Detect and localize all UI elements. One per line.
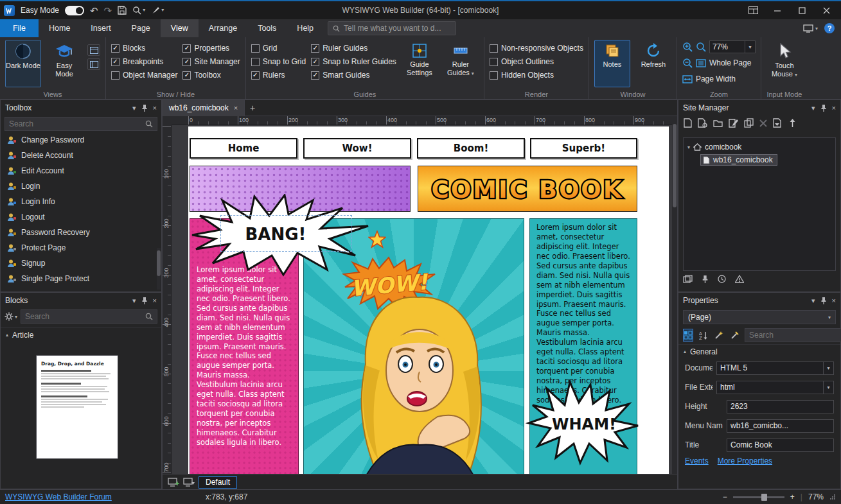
check-toolbox[interactable]: Toolbox: [182, 70, 240, 80]
manage-breakpoints-icon[interactable]: [168, 478, 179, 487]
site-manager-menu-caret-icon[interactable]: ▾: [811, 104, 815, 112]
easy-mode-toggle[interactable]: [65, 6, 84, 15]
help-icon[interactable]: ?: [824, 23, 835, 33]
site-tree-root[interactable]: ▾ comicbook: [685, 141, 834, 153]
page-nav-button-boom[interactable]: Boom!: [417, 138, 525, 159]
redo-icon[interactable]: ↷: [104, 6, 112, 15]
zoom-level-input[interactable]: [710, 42, 745, 51]
check-non-responsive-objects[interactable]: Non-responsive Objects: [490, 43, 583, 53]
check-object-manager[interactable]: Object Manager: [111, 70, 177, 80]
monitor-menu-icon[interactable]: ▾: [803, 24, 818, 33]
zoom-out-icon[interactable]: [682, 58, 693, 68]
style-wand-icon[interactable]: [714, 329, 724, 342]
block-article-preview[interactable]: Drag, Drop, and Dazzle: [37, 356, 118, 458]
toolbox-search-input[interactable]: [9, 119, 141, 128]
toolbox-menu-caret-icon[interactable]: ▾: [132, 104, 136, 112]
layout-switch-button[interactable]: [742, 2, 764, 19]
check-snap-to-ruler-guides[interactable]: Snap to Ruler Guides: [311, 56, 396, 67]
check-grid[interactable]: Grid: [251, 43, 306, 53]
events-link[interactable]: Events: [685, 456, 709, 465]
tab-tools[interactable]: Tools: [247, 19, 287, 37]
tab-arrange[interactable]: Arrange: [199, 19, 247, 37]
delete-page-icon[interactable]: [759, 119, 767, 127]
ruler-guides-button[interactable]: Ruler Guides ▾: [443, 40, 479, 87]
tab-view[interactable]: View: [161, 19, 199, 37]
canvas-vertical-scrollbar[interactable]: [672, 116, 677, 474]
zoom-tool-icon[interactable]: ▾: [132, 6, 145, 15]
bang-starburst[interactable]: BANG!: [187, 194, 375, 277]
tell-me-search[interactable]: Tell me what you want to d...: [328, 21, 456, 35]
breakpoint-default-button[interactable]: Default: [199, 476, 237, 489]
import-page-icon[interactable]: [773, 118, 783, 128]
blocks-search-input[interactable]: [25, 312, 141, 321]
properties-menu-caret-icon[interactable]: ▾: [811, 297, 815, 305]
view-layout-small-button-1[interactable]: [87, 44, 100, 56]
zoom-slider[interactable]: [733, 496, 784, 498]
zoom-lens-icon[interactable]: [696, 42, 706, 52]
check-properties[interactable]: Properties: [182, 43, 240, 53]
blocks-gear-icon[interactable]: ▾: [4, 312, 17, 321]
minimize-button[interactable]: [766, 2, 788, 19]
check-rulers[interactable]: Rulers: [251, 70, 306, 80]
check-breakpoints[interactable]: Breakpoints: [111, 56, 177, 67]
page-title-field[interactable]: [727, 439, 834, 452]
properties-close-icon[interactable]: ×: [832, 297, 836, 304]
format-tool-icon[interactable]: ▾: [151, 6, 164, 15]
save-icon[interactable]: [118, 6, 127, 15]
toolbox-item-login[interactable]: Login: [1, 178, 161, 194]
touch-mouse-button[interactable]: TouchMouse ▾: [766, 40, 802, 87]
check-ruler-guides[interactable]: Ruler Guides: [311, 43, 396, 53]
guide-settings-button[interactable]: Guide Settings: [402, 40, 438, 87]
zoom-in-status-icon[interactable]: +: [790, 492, 795, 501]
pin-view-icon[interactable]: [702, 275, 709, 283]
whole-page-button[interactable]: Whole Page: [696, 58, 751, 67]
format-painter-icon[interactable]: [729, 329, 739, 342]
tab-help[interactable]: Help: [287, 19, 324, 37]
design-canvas[interactable]: Home Wow! Boom! Superb! COMIC BOOK Lorem…: [172, 125, 673, 474]
zoom-in-icon[interactable]: [682, 42, 693, 52]
more-properties-link[interactable]: More Properties: [718, 456, 772, 465]
page-width-button[interactable]: Page Width: [696, 74, 736, 83]
new-tab-button[interactable]: +: [245, 100, 260, 116]
move-up-icon[interactable]: [788, 119, 797, 128]
page-width-icon[interactable]: [682, 75, 693, 83]
view-layout-small-button-2[interactable]: [87, 58, 100, 70]
refresh-button[interactable]: Refresh: [635, 40, 671, 87]
toolbox-scrollbar[interactable]: [157, 248, 161, 290]
toolbox-item-password-recovery[interactable]: Password Recovery: [1, 225, 161, 240]
categorized-view-icon[interactable]: [683, 329, 693, 342]
check-blocks[interactable]: Blocks: [111, 43, 177, 53]
page-nav-button-wow[interactable]: Wow!: [303, 138, 411, 159]
site-manager-close-icon[interactable]: ×: [832, 104, 836, 112]
notes-button[interactable]: Notes: [594, 40, 630, 87]
dropdown-caret-icon[interactable]: ▾: [823, 362, 833, 374]
site-manager-pin-icon[interactable]: [820, 104, 827, 112]
zoom-out-status-icon[interactable]: −: [723, 492, 727, 501]
new-page-icon[interactable]: [684, 118, 692, 128]
toolbox-item-edit-account[interactable]: Edit Account: [1, 163, 161, 178]
tab-insert[interactable]: Insert: [80, 19, 121, 37]
zoom-level-combo[interactable]: ▾: [709, 40, 756, 53]
tab-close-icon[interactable]: ×: [234, 104, 238, 112]
add-breakpoint-icon[interactable]: [183, 478, 195, 487]
page-nav-button-superb[interactable]: Superb!: [530, 138, 637, 159]
toolbox-pin-icon[interactable]: [141, 104, 148, 112]
tab-file[interactable]: File: [0, 19, 39, 37]
web-page[interactable]: Home Wow! Boom! Superb! COMIC BOOK Lorem…: [188, 126, 669, 474]
tab-home[interactable]: Home: [39, 19, 80, 37]
check-site-manager[interactable]: Site Manager: [182, 56, 240, 67]
toolbox-item-single-page-protect[interactable]: Single Page Protect: [1, 271, 161, 286]
new-folder-icon[interactable]: [713, 119, 723, 127]
blocks-menu-caret-icon[interactable]: ▾: [132, 297, 136, 305]
check-snap-to-grid[interactable]: Snap to Grid: [251, 56, 306, 67]
toolbox-search[interactable]: [4, 117, 157, 131]
menu-name-field[interactable]: [727, 419, 834, 433]
history-icon[interactable]: [718, 275, 726, 283]
properties-section-general[interactable]: ▴ General: [678, 344, 840, 358]
check-hidden-objects[interactable]: Hidden Objects: [490, 70, 583, 80]
warnings-icon[interactable]: [735, 275, 744, 283]
blocks-section-article[interactable]: ▴ Article: [1, 327, 161, 342]
zoom-slider-knob[interactable]: [761, 494, 767, 501]
assets-icon[interactable]: [683, 275, 693, 283]
sort-az-icon[interactable]: AZ: [698, 329, 709, 342]
